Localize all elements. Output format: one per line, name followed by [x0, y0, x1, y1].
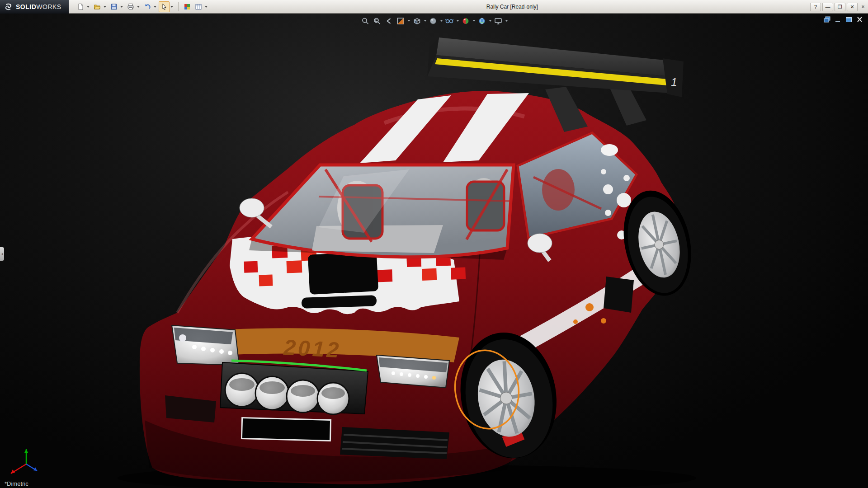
apply-scene-dropdown[interactable]	[489, 20, 492, 22]
view-orientation-button[interactable]	[412, 15, 422, 26]
document-window-controls	[823, 16, 863, 23]
right-headlight[interactable]	[377, 355, 449, 388]
panel-splitter-handle[interactable]: ◂	[0, 247, 4, 261]
print-button[interactable]	[125, 1, 136, 12]
sheet-options-dropdown[interactable]	[205, 6, 208, 8]
license-plate[interactable]	[241, 418, 330, 441]
minimize-button[interactable]: —	[822, 3, 833, 11]
view-settings-dropdown[interactable]	[505, 20, 508, 22]
corner-close-button[interactable]: ✕	[860, 4, 866, 10]
print-dropdown[interactable]	[137, 6, 140, 8]
undo-dropdown[interactable]	[154, 6, 156, 8]
edit-appearance-dropdown[interactable]	[473, 20, 476, 22]
rally-car-model[interactable]: 2012	[0, 14, 868, 488]
restore-button[interactable]: ❐	[835, 3, 845, 11]
select-button[interactable]	[159, 1, 170, 12]
doc-minimize-button[interactable]	[834, 16, 842, 23]
view-settings-button[interactable]	[493, 15, 504, 26]
edit-appearance-button[interactable]	[461, 15, 471, 26]
apply-scene-button[interactable]	[477, 15, 487, 26]
display-style-dropdown[interactable]	[440, 20, 443, 22]
solidworks-brand: SOLIDWORKS	[0, 0, 69, 14]
save-button[interactable]	[108, 1, 119, 12]
help-button[interactable]: ?	[810, 3, 821, 11]
new-document-dropdown[interactable]	[87, 6, 90, 8]
hide-show-items-dropdown[interactable]	[457, 20, 459, 22]
headsup-view-toolbar	[360, 15, 508, 27]
zoom-to-fit-button[interactable]	[360, 15, 371, 26]
window-title: Rally Car [Read-only]	[486, 0, 538, 14]
zoom-to-area-button[interactable]	[372, 15, 382, 26]
dassault-logo-icon	[5, 3, 13, 11]
close-button[interactable]: ✕	[847, 3, 858, 11]
window-controls: ? — ❐ ✕ ✕	[809, 0, 866, 14]
doc-close-button[interactable]	[856, 16, 863, 23]
year-decal: 2012	[283, 335, 341, 362]
rear-quarter-vent[interactable]	[604, 277, 634, 313]
undo-button[interactable]	[142, 1, 153, 12]
view-orientation-label: *Dimetric	[5, 480, 28, 487]
view-orientation-dropdown[interactable]	[424, 20, 427, 22]
standard-toolbar	[75, 1, 209, 12]
open-button[interactable]	[92, 1, 103, 12]
titlebar: SOLIDWORKS Rally Car [Read-only] ?	[0, 0, 868, 14]
display-style-button[interactable]	[428, 15, 439, 26]
hide-show-items-button[interactable]	[444, 15, 455, 26]
front-grille[interactable]	[220, 361, 368, 414]
graphics-viewport[interactable]: 2012	[0, 14, 868, 488]
sheet-options-button[interactable]	[193, 1, 204, 12]
lower-intake[interactable]	[340, 427, 449, 459]
section-view-dropdown[interactable]	[408, 20, 410, 22]
hood-vent[interactable]	[308, 251, 378, 295]
section-view-button[interactable]	[396, 15, 406, 26]
doc-maximize-button[interactable]	[845, 16, 853, 23]
select-dropdown[interactable]	[170, 6, 173, 8]
toolbar-separator	[178, 2, 179, 11]
new-document-button[interactable]	[75, 1, 86, 12]
orientation-triad	[5, 444, 45, 475]
open-dropdown[interactable]	[104, 6, 106, 8]
doc-restore-button[interactable]	[823, 16, 831, 23]
color-swatch-button[interactable]	[182, 1, 193, 12]
brand-text: SOLIDWORKS	[16, 3, 61, 10]
previous-view-button[interactable]	[384, 15, 394, 26]
wing-number: 1	[671, 76, 677, 88]
left-headlight[interactable]	[172, 325, 239, 365]
save-dropdown[interactable]	[120, 6, 123, 8]
